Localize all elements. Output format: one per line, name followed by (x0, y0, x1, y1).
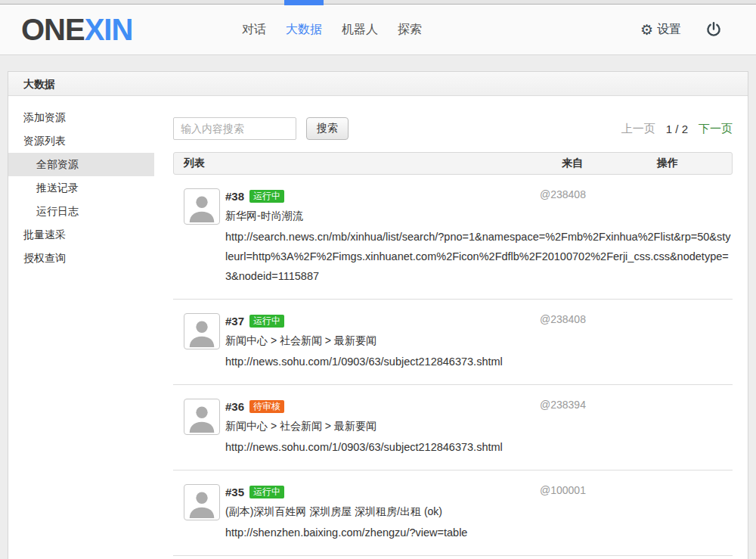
nav-item-chat[interactable]: 对话 (242, 22, 266, 38)
status-badge: 运行中 (249, 486, 284, 498)
status-badge: 待审核 (249, 400, 284, 413)
column-header-action: 操作 (657, 157, 732, 170)
settings-button[interactable]: ⚙ 设置 (640, 22, 681, 38)
table-row[interactable]: #36 待审核 新闻中心 > 社会新闻 > 最新要闻 http://news.s… (173, 385, 733, 470)
status-badge: 运行中 (249, 190, 284, 203)
next-page-link[interactable]: 下一页 (699, 122, 733, 136)
sidebar-item-auth-query[interactable]: 授权查询 (8, 247, 154, 270)
resource-url: http://shenzhen.baixing.com/zhengzu/?vie… (225, 523, 733, 542)
resource-url: http://news.sohu.com/1/0903/63/subject21… (225, 352, 733, 371)
pagination: 上一页 1 / 2 下一页 (621, 122, 733, 136)
main-nav: 对话 大数据 机器人 探索 (242, 5, 442, 54)
resource-list: #38 运行中 新华网-时尚潮流 http://search.news.cn/m… (173, 175, 733, 556)
person-icon (184, 189, 219, 224)
status-badge: 运行中 (249, 315, 284, 328)
column-header-list: 列表 (174, 157, 562, 170)
gear-icon: ⚙ (640, 23, 653, 37)
logo-part-one: ONE (21, 13, 85, 46)
toolbar: 搜索 上一页 1 / 2 下一页 (173, 117, 733, 140)
logo[interactable]: ONEXIN (21, 13, 132, 47)
bigdata-panel: 大数据 添加资源 资源列表 全部资源 推送记录 运行日志 批量速采 授权查询 搜… (8, 71, 748, 559)
logo-part-xin: XIN (85, 13, 133, 46)
active-tab-indicator (284, 0, 324, 5)
nav-item-label: 大数据 (286, 23, 322, 36)
resource-title: 新闻中心 > 社会新闻 > 最新要闻 (225, 333, 733, 348)
resource-from: @238408 (540, 313, 586, 325)
column-header-from: 来自 (562, 157, 657, 170)
avatar (184, 484, 220, 520)
logout-button[interactable] (705, 21, 722, 38)
avatar (184, 313, 220, 349)
table-row[interactable]: #37 运行中 新闻中心 > 社会新闻 > 最新要闻 http://news.s… (173, 300, 733, 385)
content-area: 大数据 添加资源 资源列表 全部资源 推送记录 运行日志 批量速采 授权查询 搜… (0, 55, 756, 559)
resource-id: #38 (225, 190, 244, 203)
sidebar-item-push-records[interactable]: 推送记录 (8, 176, 154, 200)
table-row[interactable]: #35 运行中 (副本)深圳百姓网 深圳房屋 深圳租房/出租 (ok) http… (173, 470, 733, 556)
table-header: 列表 来自 操作 (173, 152, 733, 175)
resource-url: http://news.sohu.com/1/0903/63/subject21… (225, 437, 733, 457)
main-content: 搜索 上一页 1 / 2 下一页 列表 来自 操作 (154, 96, 748, 559)
person-icon (184, 314, 219, 349)
sidebar-item-all-resources[interactable]: 全部资源 (8, 153, 154, 176)
sidebar-item-resource-list[interactable]: 资源列表 (8, 129, 154, 153)
sidebar-item-batch-collect[interactable]: 批量速采 (8, 223, 154, 247)
resource-title: (副本)深圳百姓网 深圳房屋 深圳租房/出租 (ok) (225, 504, 733, 519)
avatar (184, 188, 220, 225)
sidebar-item-add-resource[interactable]: 添加资源 (8, 106, 154, 129)
resource-from: @238408 (540, 188, 586, 200)
nav-item-explore[interactable]: 探索 (398, 22, 422, 38)
sidebar-item-run-logs[interactable]: 运行日志 (8, 200, 154, 223)
header: ONEXIN 对话 大数据 机器人 探索 ⚙ 设置 (0, 5, 756, 55)
person-icon (184, 399, 219, 434)
nav-item-bigdata[interactable]: 大数据 (286, 22, 322, 38)
resource-title: 新华网-时尚潮流 (225, 208, 733, 223)
person-icon (184, 485, 219, 520)
prev-page-link[interactable]: 上一页 (621, 122, 655, 136)
page-indicator: 1 / 2 (666, 123, 688, 135)
resource-id: #35 (225, 486, 244, 498)
sidebar: 添加资源 资源列表 全部资源 推送记录 运行日志 批量速采 授权查询 (8, 96, 154, 559)
resource-id: #37 (225, 315, 244, 328)
settings-label: 设置 (657, 22, 681, 38)
resource-id: #36 (225, 400, 244, 413)
power-icon (705, 21, 722, 38)
resource-title: 新闻中心 > 社会新闻 > 最新要闻 (225, 418, 733, 433)
table-row[interactable]: #38 运行中 新华网-时尚潮流 http://search.news.cn/m… (173, 175, 733, 300)
nav-item-robot[interactable]: 机器人 (342, 22, 378, 38)
resource-from: @238394 (540, 399, 586, 411)
search-input[interactable] (173, 117, 296, 140)
page-title: 大数据 (8, 72, 748, 96)
resource-from: @100001 (540, 484, 586, 496)
avatar (184, 399, 220, 435)
search-button[interactable]: 搜索 (306, 117, 349, 140)
resource-url: http://search.news.cn/mb/xinhua/list/sea… (225, 227, 733, 286)
